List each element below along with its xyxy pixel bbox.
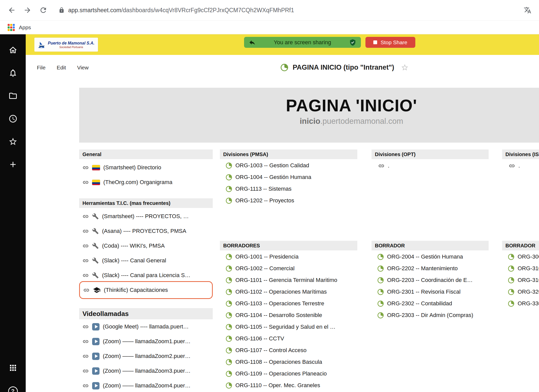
- favorite-star-icon[interactable]: [401, 64, 409, 71]
- org-label: ORG-1004 -- Gestión Humana: [235, 174, 311, 180]
- stop-share-button[interactable]: Stop Share: [365, 37, 415, 48]
- video-play-icon: [92, 338, 100, 345]
- address-bar[interactable]: app.smartsheet.com/dashboards/w4cqVr8VRc…: [59, 7, 519, 14]
- home-icon[interactable]: [8, 46, 18, 55]
- org-dashboard-link[interactable]: ORG-1107 -- Control Acceso: [220, 344, 357, 356]
- placeholder-link[interactable]: .: [502, 160, 539, 172]
- org-dashboard-link[interactable]: ORG-1004 -- Gestión Humana: [220, 171, 357, 183]
- hero-subdomain-bold: inicio: [300, 117, 320, 126]
- link-thinkific-capacitaciones-highlighted[interactable]: (Thinkific) Capacitaciones: [79, 281, 213, 299]
- org-dashboard-link[interactable]: ORG-1102 -- Operaciones Marítimas: [220, 286, 357, 298]
- placeholder-link[interactable]: .: [372, 160, 489, 172]
- browser-toolbar: app.smartsheet.com/dashboards/w4cqVr8VRc…: [0, 0, 539, 21]
- link-label: (Zoom) —— llamadaZoom1.puer…: [103, 338, 191, 345]
- org-dashboard-link[interactable]: ORG-2202 -- Mantenimiento: [372, 263, 489, 274]
- recents-clock-icon[interactable]: [8, 114, 18, 123]
- notifications-bell-icon[interactable]: [8, 68, 18, 78]
- org-dashboard-link[interactable]: ORG-3104: [502, 274, 539, 286]
- dashboard-pie-icon: [225, 335, 232, 342]
- lock-icon: [59, 7, 65, 13]
- video-call-link[interactable]: (Google Meet) ---- llamada.puert…: [79, 319, 213, 334]
- wrench-icon: [92, 272, 99, 279]
- org-dashboard-link[interactable]: ORG-1103 -- Operaciones Terrestre: [220, 298, 357, 309]
- link-label: (Zoom) —— llamadaZoom2.puer…: [103, 353, 191, 359]
- bookmarks-apps-label[interactable]: Apps: [19, 24, 31, 31]
- column-general: General (Smartsheet) Directorio (TheOrg.…: [79, 149, 213, 392]
- menu-edit[interactable]: Edit: [57, 65, 66, 71]
- translate-icon[interactable]: [524, 6, 531, 14]
- back-icon[interactable]: [8, 6, 16, 14]
- dashboard-pie-icon: [508, 253, 515, 260]
- video-play-icon: [92, 323, 100, 330]
- org-dashboard-link[interactable]: ORG-1106 -- CCTV: [220, 333, 357, 344]
- menu-view[interactable]: View: [77, 65, 89, 71]
- dashboard-pie-icon: [377, 253, 384, 260]
- org-dashboard-link[interactable]: ORG-2004 -- Gestión Humana: [372, 251, 489, 263]
- org-label: ORG-1103 -- Operaciones Terrestre: [235, 300, 324, 307]
- org-dashboard-link[interactable]: ORG-1002 -- Comercial: [220, 263, 357, 274]
- video-call-link[interactable]: (Zoom) —— llamadaZoom1.puer…: [79, 334, 213, 349]
- hero-subtitle: inicio.puertodemamonal.com: [79, 117, 539, 126]
- org-dashboard-link[interactable]: ORG-1110 -- Oper. Mec. Graneles: [220, 380, 357, 391]
- folder-icon[interactable]: [8, 91, 18, 100]
- apps-grid-icon[interactable]: [8, 24, 15, 31]
- link-coda-wikis[interactable]: (Coda) ---- WIKI's, PMSA: [79, 238, 213, 253]
- screen-share-controls: You are screen sharing Stop Share: [244, 37, 415, 48]
- org-dashboard-link[interactable]: ORG-2302 -- Contabilidad: [372, 298, 489, 309]
- dashboard-pie-icon: [225, 370, 232, 377]
- org-dashboard-link[interactable]: ORG-1003 -- Gestion Calidad: [220, 160, 357, 171]
- create-plus-icon[interactable]: [8, 160, 18, 169]
- widget-columns: General (Smartsheet) Directorio (TheOrg.…: [79, 149, 539, 392]
- dashboard-pie-icon: [225, 324, 232, 330]
- link-smartsheet-proyectos[interactable]: (Smartsheet) ---- PROYECTOS, …: [79, 209, 213, 224]
- favorites-star-icon[interactable]: [8, 137, 18, 146]
- sheet-title-group: PAGINA INICIO (tipo "Intranet"): [280, 55, 409, 80]
- org-dashboard-link[interactable]: ORG-2301 -- Revisoria Fiscal: [372, 286, 489, 298]
- org-dashboard-link[interactable]: ORG-3004: [502, 251, 539, 263]
- wrench-icon: [92, 228, 99, 234]
- org-dashboard-link[interactable]: ORG-1108 -- Operaciones Bascula: [220, 356, 357, 368]
- link-asana-proyectos[interactable]: (Asana) ---- PROYECTOS, PMSA: [79, 224, 213, 238]
- link-slack-licencia[interactable]: (Slack) ---- Canal para Licencia S…: [79, 268, 213, 283]
- video-call-link[interactable]: (Zoom) —— llamadaZoom4.puer…: [79, 378, 213, 392]
- org-dashboard-link[interactable]: ORG-1109 -- Operaciones Planeacio: [220, 368, 357, 380]
- link-icon: [82, 164, 89, 171]
- link-slack-canal-general[interactable]: (Slack) ---- Canal General: [79, 253, 213, 268]
- wrench-icon: [92, 243, 99, 249]
- reload-icon[interactable]: [39, 6, 47, 14]
- menu-file[interactable]: File: [37, 65, 46, 71]
- org-dashboard-link[interactable]: ORG-1101 -- Gerencia Terminal Maritimo: [220, 274, 357, 286]
- org-dashboard-link[interactable]: ORG-1113 -- Sistemas: [220, 183, 357, 195]
- link-theorg-organigrama[interactable]: (TheOrg.com) Organigrama: [79, 175, 213, 190]
- dashboard-pie-icon: [508, 277, 515, 284]
- smartsheet-left-rail: ?: [0, 34, 26, 392]
- org-dashboard-link[interactable]: ORG-1202 -- Proyectos: [220, 195, 357, 206]
- org-dashboard-link[interactable]: ORG-1001 -- Presidencia: [220, 251, 357, 263]
- org-dashboard-link[interactable]: ORG-2303 -- Dir Admin (Compras): [372, 309, 489, 321]
- video-play-icon: [92, 367, 100, 375]
- org-label: ORG-1106 -- CCTV: [235, 335, 284, 342]
- video-call-link[interactable]: (Zoom) —— llamadaZoom2.puer…: [79, 349, 213, 364]
- help-icon[interactable]: ?: [8, 386, 18, 392]
- org-dashboard-link[interactable]: ORG-3303: [502, 298, 539, 309]
- company-logo-text: Puerto de Mamonal S.A. Sociedad Portuari…: [48, 41, 94, 49]
- org-label: ORG-1107 -- Control Acceso: [235, 347, 307, 354]
- colombia-flag-icon: [92, 180, 100, 185]
- link-icon: [82, 228, 89, 234]
- dashboard-pie-icon: [225, 359, 232, 366]
- video-call-link[interactable]: (Zoom) —— llamadaZoom3.puer…: [79, 364, 213, 378]
- org-dashboard-link[interactable]: ORG-3201: [502, 286, 539, 298]
- link-smartsheet-directorio[interactable]: (Smartsheet) Directorio: [79, 160, 213, 175]
- dashboard-pie-icon: [225, 312, 232, 319]
- org-dashboard-link[interactable]: ORG-3103: [502, 263, 539, 274]
- dashboard-content: PAGINA 'INICIO' inicio.puertodemamonal.c…: [26, 80, 539, 392]
- org-dashboard-link[interactable]: ORG-1105 -- Seguridad y Salud en el …: [220, 321, 357, 333]
- forward-icon[interactable]: [23, 6, 32, 14]
- link-icon: [83, 287, 90, 293]
- apps-launcher-icon[interactable]: [8, 363, 18, 372]
- org-dashboard-link[interactable]: ORG-2203 -- Coordinación de E…: [372, 274, 489, 286]
- section-header-tools: Herramientas T.I.C. (mas frecuentes): [79, 198, 213, 208]
- hero-widget: PAGINA 'INICIO' inicio.puertodemamonal.c…: [79, 88, 539, 143]
- url-text: app.smartsheet.com/dashboards/w4cqVr8VRc…: [68, 7, 294, 14]
- org-dashboard-link[interactable]: ORG-1104 -- Desarrollo Sostenible: [220, 309, 357, 321]
